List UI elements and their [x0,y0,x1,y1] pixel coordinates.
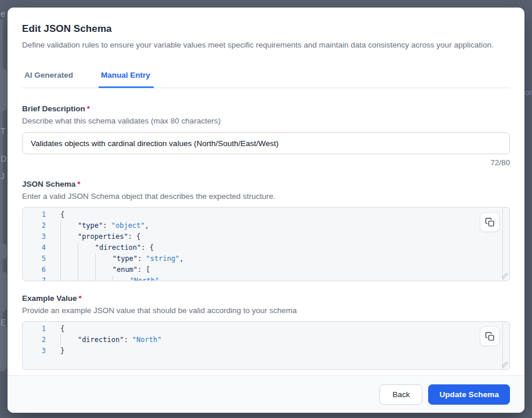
edit-json-schema-dialog: Edit JSON Schema Define validation rules… [8,8,524,413]
code-line: 6 "enum": [ [23,264,509,275]
copy-icon [485,332,495,341]
background-clipped-text: e [1,9,5,19]
code-line: 2 "direction": "North" [23,335,509,346]
background-panel [0,271,7,312]
code-line: 7 "North", [23,275,509,281]
line-number: 7 [23,275,46,281]
copy-schema-button[interactable] [480,212,500,232]
code-line: 1{ [23,209,509,220]
background-clipped-link: on [525,88,532,97]
label-text: JSON Schema [22,180,75,188]
example-value-code-editor[interactable]: 1{2 "direction": "North"3} [22,321,510,370]
tab-ai-generated[interactable]: AI Generated [22,71,77,88]
editor-resize-handle[interactable] [502,362,508,368]
code-line: 3} [23,346,509,357]
editor-scrollbar-track [502,208,503,281]
line-number: 6 [23,264,46,275]
required-asterisk: * [87,104,90,113]
background-clipped-text: T [1,126,6,136]
background-panel [0,68,7,111]
line-number: 3 [23,346,46,357]
label-text: Example Value [22,294,77,303]
code-line: 3 "properties": { [23,231,509,242]
required-asterisk: * [77,180,80,188]
line-number: 2 [23,335,46,346]
line-number: 1 [23,324,46,335]
line-number: 3 [23,231,46,242]
example-value-helper: Provide an example JSON value that shoul… [22,306,510,315]
line-number: 1 [23,209,46,220]
json-schema-helper: Enter a valid JSON Schema object that de… [22,192,510,201]
update-schema-button[interactable]: Update Schema [428,384,510,405]
background-clipped-text: D [1,154,6,163]
background-panel [0,243,7,260]
example-value-label: Example Value* [22,294,510,303]
line-number: 4 [23,242,46,253]
code-line: 1{ [23,324,509,335]
back-button[interactable]: Back [379,384,422,405]
code-line: 2 "type": "object", [23,220,509,231]
tab-bar: AI GeneratedManual Entry [22,71,510,88]
tab-manual-entry[interactable]: Manual Entry [99,71,154,88]
copy-example-button[interactable] [480,326,500,346]
character-counter: 72/80 [22,158,510,167]
code-line: 4 "direction": { [23,242,509,253]
label-text: Brief Description [22,104,85,113]
brief-description-label: Brief Description* [22,104,510,113]
background-clipped-text: E [1,318,6,327]
json-schema-label: JSON Schema* [22,180,510,188]
editor-resize-handle[interactable] [502,273,508,279]
background-panel [0,325,7,371]
background-clipped-text: J [1,172,5,181]
dimmed-backdrop: eTDJE on Edit JSON Schema Define validat… [0,0,532,418]
json-schema-code-editor[interactable]: 1{2 "type": "object",3 "properties": {4 … [22,207,510,281]
dialog-body: Edit JSON Schema Define validation rules… [8,8,524,375]
line-number: 5 [23,253,46,264]
brief-description-input[interactable] [22,132,510,154]
dialog-title: Edit JSON Schema [22,23,510,35]
dialog-footer: Back Update Schema [8,375,524,413]
required-asterisk: * [79,294,82,303]
code-line: 5 "type": "string", [23,253,509,264]
copy-icon [485,217,495,227]
brief-description-helper: Describe what this schema validates (max… [22,117,510,125]
dialog-subtitle: Define validation rules to ensure your v… [22,41,510,49]
line-number: 2 [23,220,46,231]
